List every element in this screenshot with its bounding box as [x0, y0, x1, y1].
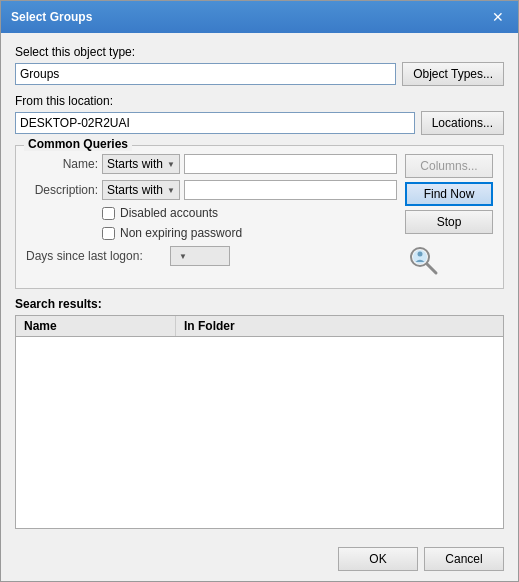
find-now-button[interactable]: Find Now	[405, 182, 493, 206]
location-input[interactable]	[15, 112, 415, 134]
svg-line-2	[427, 264, 436, 273]
select-groups-dialog: Select Groups ✕ Select this object type:…	[0, 0, 519, 582]
search-results-label: Search results:	[15, 297, 504, 311]
close-button[interactable]: ✕	[488, 7, 508, 27]
table-header: Name In Folder	[16, 316, 503, 337]
desc-starts-with-dropdown[interactable]: Starts with ▼	[102, 180, 180, 200]
days-row: Days since last logon: ▼	[26, 246, 397, 266]
non-expiring-label: Non expiring password	[120, 226, 242, 240]
object-type-input[interactable]	[15, 63, 396, 85]
table-body	[16, 337, 503, 417]
group-left: Name: Starts with ▼ Description: Starts …	[26, 154, 397, 278]
ok-button[interactable]: OK	[338, 547, 418, 571]
days-dropdown-arrow: ▼	[179, 252, 187, 261]
non-expiring-checkbox[interactable]	[102, 227, 115, 240]
non-expiring-row: Non expiring password	[102, 226, 397, 240]
cancel-button[interactable]: Cancel	[424, 547, 504, 571]
search-results-section: Search results: Name In Folder	[15, 297, 504, 529]
name-label: Name:	[26, 157, 98, 171]
stop-button[interactable]: Stop	[405, 210, 493, 234]
name-input[interactable]	[184, 154, 397, 174]
title-bar: Select Groups ✕	[1, 1, 518, 33]
object-type-section: Select this object type: Object Types...	[15, 45, 504, 86]
columns-button[interactable]: Columns...	[405, 154, 493, 178]
name-dropdown-arrow: ▼	[167, 160, 175, 169]
name-starts-with-dropdown[interactable]: Starts with ▼	[102, 154, 180, 174]
disabled-accounts-row: Disabled accounts	[102, 206, 397, 220]
description-row: Description: Starts with ▼	[26, 180, 397, 200]
group-inner: Name: Starts with ▼ Description: Starts …	[26, 154, 493, 278]
group-right: Columns... Find Now Stop	[405, 154, 493, 278]
description-input[interactable]	[184, 180, 397, 200]
results-table[interactable]: Name In Folder	[15, 315, 504, 529]
days-label: Days since last logon:	[26, 249, 166, 263]
desc-dropdown-arrow: ▼	[167, 186, 175, 195]
object-types-button[interactable]: Object Types...	[402, 62, 504, 86]
svg-point-3	[418, 252, 423, 257]
disabled-accounts-label: Disabled accounts	[120, 206, 218, 220]
column-name[interactable]: Name	[16, 316, 176, 336]
dialog-title: Select Groups	[11, 10, 92, 24]
description-label: Description:	[26, 183, 98, 197]
object-type-label: Select this object type:	[15, 45, 504, 59]
days-dropdown[interactable]: ▼	[170, 246, 230, 266]
column-in-folder[interactable]: In Folder	[176, 316, 503, 336]
disabled-accounts-checkbox[interactable]	[102, 207, 115, 220]
common-queries-legend: Common Queries	[24, 137, 132, 151]
dialog-content: Select this object type: Object Types...…	[1, 33, 518, 541]
location-row: Locations...	[15, 111, 504, 135]
location-label: From this location:	[15, 94, 504, 108]
name-row: Name: Starts with ▼	[26, 154, 397, 174]
location-section: From this location: Locations...	[15, 94, 504, 135]
search-icon	[405, 242, 441, 278]
bottom-buttons: OK Cancel	[1, 541, 518, 581]
object-type-row: Object Types...	[15, 62, 504, 86]
common-queries-group: Common Queries Name: Starts with ▼	[15, 145, 504, 289]
locations-button[interactable]: Locations...	[421, 111, 504, 135]
